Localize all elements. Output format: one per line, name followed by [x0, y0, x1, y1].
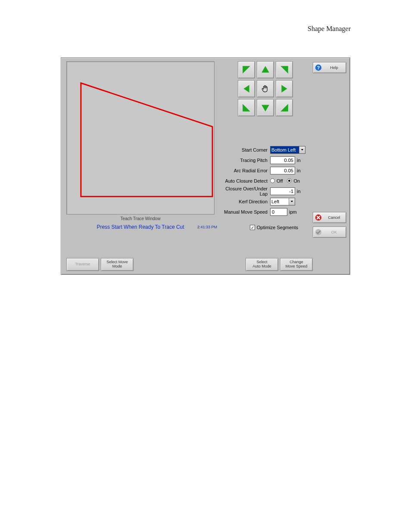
cancel-icon	[314, 214, 322, 221]
arrow-down-right-icon	[280, 103, 289, 112]
tracing-pitch-unit: in	[295, 158, 305, 163]
arrow-up-icon	[261, 65, 270, 75]
arrow-down-icon	[261, 103, 270, 112]
dir-up-button[interactable]	[257, 61, 274, 78]
arrow-up-left-icon	[242, 65, 251, 75]
auto-closure-off-label: Off	[277, 178, 283, 184]
select-auto-mode-button[interactable]: Select Auto Mode	[246, 258, 278, 271]
svg-marker-13	[301, 149, 304, 151]
dir-up-right-button[interactable]	[276, 61, 293, 78]
kerf-direction-value: Left	[271, 199, 279, 204]
closure-lap-label: Closure Over/Under Lap	[218, 186, 270, 196]
svg-marker-2	[262, 66, 269, 72]
optimize-segments-label: Optimize Segments	[257, 225, 298, 230]
dir-center-button[interactable]	[257, 80, 274, 97]
trace-preview	[66, 61, 215, 215]
auto-closure-off-radio[interactable]	[270, 178, 275, 183]
svg-marker-0	[81, 83, 212, 196]
cancel-button[interactable]: Cancel	[313, 212, 346, 223]
manual-move-speed-unit: ipm	[287, 209, 300, 215]
svg-marker-3	[280, 66, 288, 74]
dir-left-button[interactable]	[238, 80, 255, 97]
closure-lap-input[interactable]	[270, 187, 295, 195]
trace-shape	[67, 62, 214, 214]
status-message: Press Start When Ready To Trace Cut	[66, 224, 215, 230]
svg-marker-14	[291, 201, 293, 202]
ok-button[interactable]: OK	[313, 227, 346, 238]
trace-caption: Teach Trace Window	[66, 216, 215, 221]
kerf-direction-select[interactable]: Left	[270, 198, 295, 205]
ok-label: OK	[324, 230, 346, 234]
svg-marker-8	[280, 104, 288, 112]
change-move-speed-button[interactable]: Change Move Speed	[280, 258, 313, 271]
arrow-left-icon	[242, 84, 251, 93]
manual-move-speed-input[interactable]	[270, 208, 287, 216]
chevron-down-icon	[289, 198, 295, 205]
direction-pad	[238, 61, 295, 118]
dir-right-button[interactable]	[276, 80, 293, 97]
auto-closure-detect-label: Auto Closure Detect	[218, 178, 270, 184]
auto-closure-on-label: On	[293, 178, 300, 184]
select-move-mode-button[interactable]: Select Move Mode	[101, 258, 134, 271]
start-corner-label: Start Corner	[218, 147, 270, 152]
dir-down-button[interactable]	[257, 99, 274, 116]
svg-marker-4	[243, 85, 249, 93]
help-button[interactable]: ? Help	[313, 62, 346, 73]
svg-point-12	[315, 229, 321, 235]
help-label: Help	[324, 65, 346, 70]
ok-icon	[314, 228, 322, 236]
svg-marker-5	[281, 85, 287, 93]
svg-marker-7	[262, 105, 269, 111]
help-icon: ?	[314, 64, 322, 72]
start-corner-select[interactable]: Bottom Left	[270, 146, 305, 154]
traverse-button[interactable]: Traverse	[66, 258, 99, 271]
dir-down-right-button[interactable]	[276, 99, 293, 116]
svg-text:?: ?	[317, 65, 320, 70]
start-corner-value: Bottom Left	[271, 147, 296, 152]
optimize-segments-checkbox[interactable]: ✓	[250, 225, 255, 230]
auto-closure-on-radio[interactable]	[287, 178, 292, 183]
manual-move-speed-label: Manual Move Speed	[218, 209, 270, 215]
arc-radial-error-label: Arc Radial Error	[218, 168, 270, 173]
hand-icon	[261, 84, 270, 93]
svg-marker-6	[243, 104, 250, 112]
status-time: 2:41:33 PM	[197, 225, 217, 229]
closure-lap-unit: in	[295, 189, 305, 194]
chevron-down-icon	[299, 146, 305, 153]
arc-radial-error-input[interactable]	[270, 167, 295, 174]
kerf-direction-label: Kerf Direction	[218, 199, 270, 204]
page-title: Shape Manager	[308, 25, 351, 33]
arrow-down-left-icon	[242, 103, 251, 112]
optimize-segments-row: ✓ Optimize Segments	[250, 225, 298, 230]
arrow-up-right-icon	[280, 65, 289, 75]
shape-manager-window: Teach Trace Window Press Start When Read…	[61, 57, 350, 275]
cancel-label: Cancel	[324, 215, 346, 220]
tracing-pitch-input[interactable]	[270, 156, 295, 164]
arrow-right-icon	[280, 84, 289, 93]
dir-down-left-button[interactable]	[238, 99, 255, 116]
dir-up-left-button[interactable]	[238, 61, 255, 78]
arc-radial-error-unit: in	[295, 168, 305, 173]
svg-marker-1	[243, 66, 250, 74]
tracing-pitch-label: Tracing Pitch	[218, 158, 270, 163]
settings-form: Start Corner Bottom Left Tracing Pitch i…	[218, 145, 313, 217]
